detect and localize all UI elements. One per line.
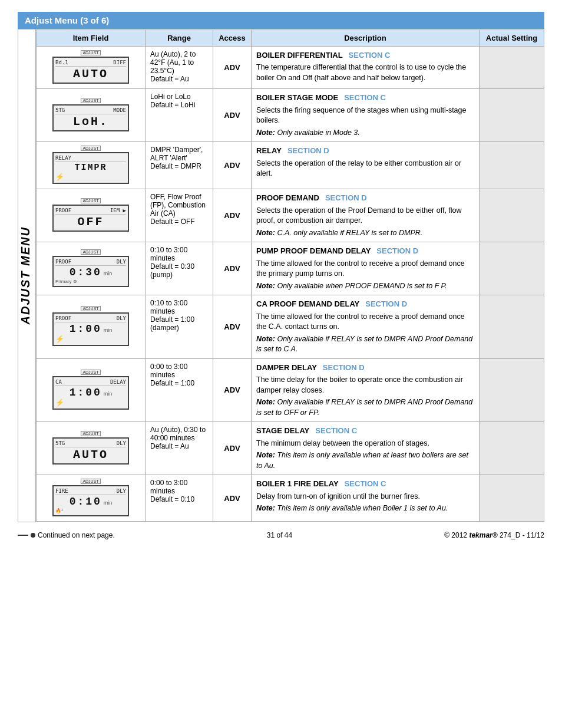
- desc-body: The time allowed for the control to rece…: [256, 312, 474, 332]
- range-cell: 0:10 to 3:00 minutes Default = 1:00 (dam…: [146, 295, 213, 359]
- screen-wrapper: CA DELAY 1:00 min ⚡: [52, 376, 129, 410]
- screen-header: CA DELAY: [55, 379, 126, 386]
- desc-section: SECTION D: [365, 299, 407, 308]
- desc-title: DAMPER DELAY: [256, 363, 317, 372]
- adjust-label: ADJUST: [81, 479, 100, 484]
- item-field-cell: ADJUST 5TG MODE LoH.: [37, 89, 146, 142]
- screen-top-left: PROOF: [55, 259, 71, 265]
- range-cell: OFF, Flow Proof (FP), Combustion Air (CA…: [146, 189, 213, 242]
- screen-top-left: RELAY: [55, 155, 71, 161]
- description-cell: BOILER DIFFERENTIALSECTION CThe temperat…: [252, 46, 480, 89]
- range-cell: LoHi or LoLo Default = LoHi: [146, 89, 213, 142]
- description-cell: PUMP PROOF DEMAND DELAYSECTION DThe time…: [252, 242, 480, 295]
- range-cell: 0:00 to 3:00 minutes Default = 1:00: [146, 358, 213, 422]
- screen-wrapper: RELAY TIMPR ⚡: [52, 152, 129, 184]
- adjust-label: ADJUST: [81, 249, 100, 255]
- unit-label: min: [104, 271, 113, 276]
- access-cell: ADV: [213, 242, 252, 295]
- description-cell: STAGE DELAYSECTION CThe minimum delay be…: [252, 422, 480, 475]
- adjust-label: ADJUST: [81, 98, 100, 103]
- desc-section: SECTION D: [323, 363, 365, 372]
- desc-section: SECTION C: [315, 426, 357, 435]
- table-row: ADJUST RELAY TIMPR ⚡ DMPR 'Damper', ALRT…: [37, 142, 544, 189]
- access-cell: ADV: [213, 46, 252, 89]
- screen-footer: 🔥¹: [55, 508, 126, 513]
- desc-note: Note: This item is only available when a…: [256, 450, 474, 471]
- screen-top-left: FIRE: [55, 488, 68, 494]
- item-display: ADJUST 5TG DLY AUTO: [41, 431, 140, 466]
- footer-page-number: 31 of 44: [267, 531, 292, 539]
- desc-title: CA PROOF DEMAND DELAY: [256, 299, 359, 308]
- screen-wrapper: PROOF IEM ▶ OFF: [52, 205, 129, 232]
- screen-header: RELAY: [55, 155, 126, 162]
- table-row: ADJUST CA DELAY 1:00 min ⚡ 0:00 to 3:00 …: [37, 358, 544, 422]
- page-title: Adjust Menu (3 of 6): [18, 12, 544, 29]
- access-cell: ADV: [213, 475, 252, 522]
- desc-title: BOILER 1 FIRE DELAY: [256, 479, 339, 488]
- screen-top-right: DELAY: [110, 379, 126, 385]
- screen-top-left: PROOF: [55, 315, 71, 321]
- screen-wrapper: PROOF DLY 0:30 min Primary ⊗: [52, 256, 129, 287]
- screen-header: 5TG MODE: [55, 107, 126, 114]
- col-header-item: Item Field: [37, 29, 146, 46]
- table-row: ADJUST PROOF DLY 1:00 min ⚡ 0:10 to 3:00…: [37, 295, 544, 359]
- desc-body: The minimum delay between the operation …: [256, 439, 474, 449]
- screen-wrapper: 5TG DLY AUTO: [52, 437, 129, 465]
- footer-model: 274_D - 11/12: [500, 531, 544, 539]
- item-display: ADJUST Bd.1 DIFF AUTO: [41, 50, 140, 85]
- actual-setting-cell: [480, 475, 544, 522]
- access-cell: ADV: [213, 422, 252, 475]
- item-field-cell: ADJUST PROOF IEM ▶ OFF: [37, 189, 146, 242]
- side-label: ADJUST MENU: [18, 29, 36, 522]
- footer-brand: tekmar®: [469, 531, 497, 539]
- item-display: ADJUST CA DELAY 1:00 min ⚡: [41, 370, 140, 411]
- screen-top-right: DLY: [117, 440, 126, 446]
- screen-header: PROOF IEM ▶: [55, 207, 126, 215]
- desc-title: PUMP PROOF DEMAND DELAY: [256, 246, 371, 255]
- desc-title: BOILER STAGE MODE: [256, 93, 338, 102]
- table-row: ADJUST 5TG MODE LoH. LoHi or LoLo Defaul…: [37, 89, 544, 142]
- actual-setting-cell: [480, 89, 544, 142]
- screen-body: AUTO: [55, 67, 126, 81]
- adjust-label: ADJUST: [81, 198, 100, 203]
- footer-continued-text: Continued on next page.: [38, 531, 115, 539]
- item-field-cell: ADJUST 5TG DLY AUTO: [37, 422, 146, 475]
- description-cell: CA PROOF DEMAND DELAYSECTION DThe time a…: [252, 295, 480, 359]
- screen-top-right: DLY: [117, 259, 126, 265]
- table-row: ADJUST Bd.1 DIFF AUTO Au (Auto), 2 to 42…: [37, 46, 544, 89]
- desc-note: Note: Only available if RELAY is set to …: [256, 397, 474, 418]
- footer-bullet-icon: [31, 533, 35, 538]
- actual-setting-cell: [480, 295, 544, 359]
- screen-body: TIMPR: [55, 163, 126, 173]
- item-display: ADJUST 5TG MODE LoH.: [41, 98, 140, 133]
- desc-note: Note: Only available in Mode 3.: [256, 128, 474, 139]
- desc-section: SECTION D: [287, 146, 329, 155]
- desc-title: BOILER DIFFERENTIAL: [256, 51, 343, 60]
- desc-note: Note: This item is only available when B…: [256, 503, 474, 514]
- actual-setting-cell: [480, 358, 544, 422]
- screen-wrapper: PROOF DLY 1:00 min ⚡: [52, 312, 129, 346]
- access-cell: ADV: [213, 358, 252, 422]
- item-display: ADJUST RELAY TIMPR ⚡: [41, 146, 140, 185]
- item-field-cell: ADJUST PROOF DLY 0:30 min Primary ⊗: [37, 242, 146, 295]
- desc-note: Note: Only available if RELAY is set to …: [256, 334, 474, 355]
- adjust-label: ADJUST: [81, 146, 100, 151]
- item-field-cell: ADJUST RELAY TIMPR ⚡: [37, 142, 146, 189]
- access-cell: ADV: [213, 89, 252, 142]
- screen-header: PROOF DLY: [55, 259, 126, 266]
- range-cell: DMPR 'Damper', ALRT 'Alert' Default = DM…: [146, 142, 213, 189]
- screen-top-left: 5TG: [55, 107, 65, 113]
- screen-wrapper: Bd.1 DIFF AUTO: [52, 57, 129, 84]
- item-display: ADJUST PROOF DLY 1:00 min ⚡: [41, 306, 140, 347]
- actual-setting-cell: [480, 242, 544, 295]
- access-cell: ADV: [213, 189, 252, 242]
- adjust-label: ADJUST: [81, 431, 100, 436]
- item-field-cell: ADJUST CA DELAY 1:00 min ⚡: [37, 358, 146, 422]
- adjust-label: ADJUST: [81, 306, 100, 311]
- screen-wrapper: FIRE DLY 0:10 min 🔥¹: [52, 485, 129, 516]
- screen-header: PROOF DLY: [55, 315, 126, 322]
- item-field-cell: ADJUST Bd.1 DIFF AUTO: [37, 46, 146, 89]
- screen-top-left: CA: [55, 379, 62, 385]
- table-row: ADJUST 5TG DLY AUTO Au (Auto), 0:30 to 4…: [37, 422, 544, 475]
- description-cell: RELAYSECTION DSelects the operation of t…: [252, 142, 480, 189]
